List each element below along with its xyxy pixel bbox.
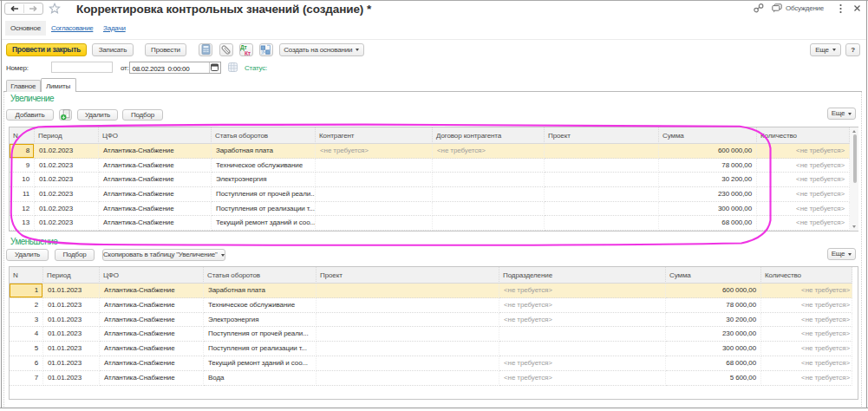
svg-text:Кт: Кт <box>245 49 251 55</box>
